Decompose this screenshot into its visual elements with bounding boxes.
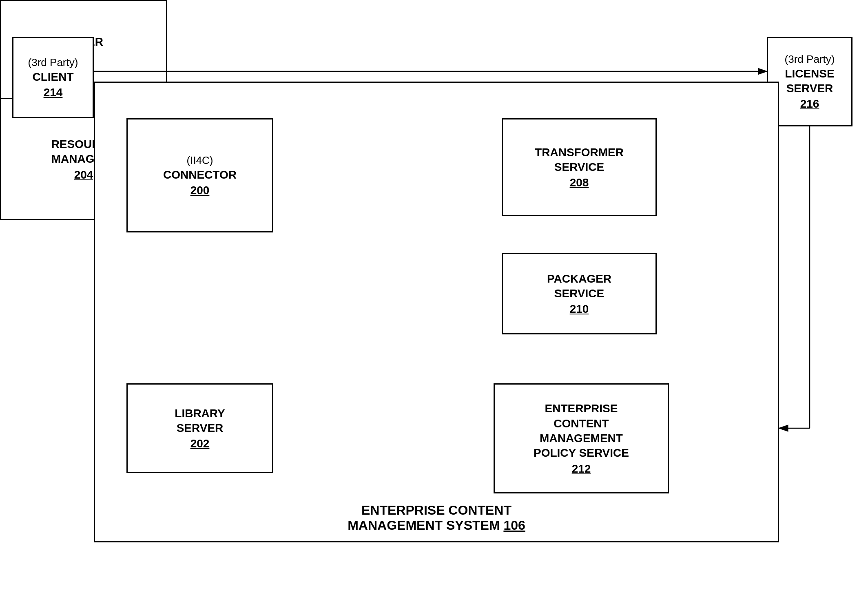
connector-label: CONNECTOR [163,168,237,182]
packager-box: PACKAGERSERVICE 210 [502,253,657,334]
client-box: (3rd Party) CLIENT 214 [12,37,94,118]
ecm-system-text: ENTERPRISE CONTENTMANAGEMENT SYSTEM 106 [348,503,525,533]
ecm-policy-number: 212 [572,462,591,476]
ecm-system-label: ENTERPRISE CONTENTMANAGEMENT SYSTEM 106 [348,503,525,533]
license-number: 216 [800,97,819,111]
ecm-system-number: 106 [503,518,525,533]
diagram: (3rd Party) CLIENT 214 (3rd Party) LICEN… [0,0,868,606]
library-box: LIBRARYSERVER 202 [126,383,273,473]
transformer-box: TRANSFORMERSERVICE 208 [502,118,657,216]
client-label: CLIENT [32,70,73,84]
transformer-label: TRANSFORMERSERVICE [535,145,624,175]
connector-box: (II4C) CONNECTOR 200 [126,118,273,232]
license-label2: SERVER [786,81,833,96]
packager-label: PACKAGERSERVICE [547,272,611,301]
transformer-number: 208 [570,176,589,189]
packager-number: 210 [570,303,589,316]
license-subtitle: (3rd Party) [785,53,835,66]
license-label: LICENSE [785,66,834,81]
connector-number: 200 [190,184,210,197]
client-number: 214 [44,86,63,99]
ecm-policy-box: ENTERPRISECONTENTMANAGEMENTPOLICY SERVIC… [494,383,669,493]
client-subtitle: (3rd Party) [28,56,78,70]
library-label: LIBRARYSERVER [175,406,225,436]
library-number: 202 [190,437,210,450]
license-server-box: (3rd Party) LICENSE SERVER 216 [767,37,852,126]
ecm-policy-label: ENTERPRISECONTENTMANAGEMENTPOLICY SERVIC… [534,401,629,461]
connector-subtitle: (II4C) [187,154,213,168]
rm-number: 204 [74,168,93,181]
